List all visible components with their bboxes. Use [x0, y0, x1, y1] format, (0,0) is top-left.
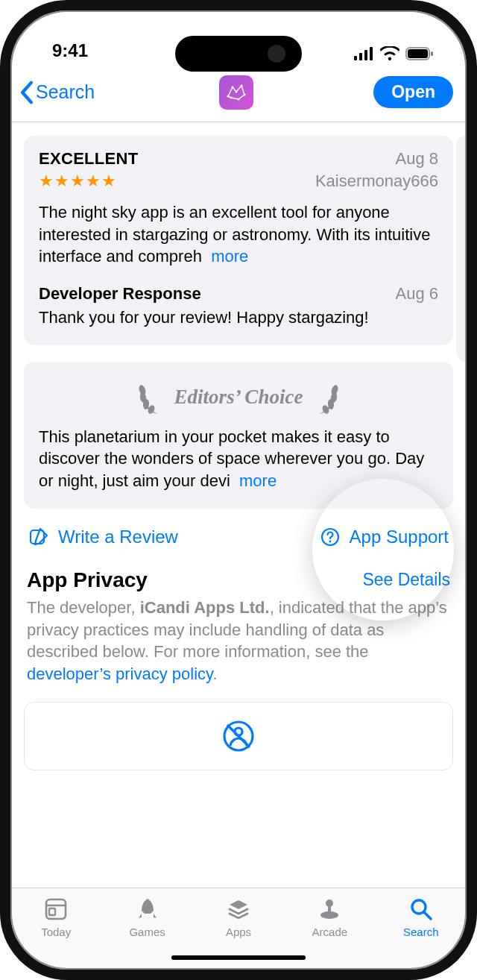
clock: 9:41: [52, 40, 88, 61]
arcade-icon: [316, 896, 343, 923]
more-link[interactable]: more: [239, 471, 277, 490]
developer-response-body: Thank you for your review! Happy stargaz…: [39, 307, 438, 329]
svg-rect-5: [408, 49, 428, 58]
svg-point-13: [230, 96, 233, 98]
more-link[interactable]: more: [211, 247, 248, 266]
developer-response: Developer Response Aug 6 Thank you for y…: [39, 284, 438, 329]
laurel-left-icon: [136, 380, 165, 415]
app-support-label: App Support: [350, 527, 449, 547]
night-sky-app-glyph: [224, 80, 249, 105]
star-rating: ★★★★★: [39, 172, 117, 191]
app-icon[interactable]: [219, 75, 253, 110]
svg-point-24: [329, 540, 331, 542]
see-details-button[interactable]: See Details: [362, 570, 450, 590]
editors-choice-card[interactable]: Editors’ Choice This planetarium in your…: [24, 362, 453, 509]
tab-search[interactable]: Search: [376, 896, 467, 938]
svg-point-9: [236, 90, 238, 92]
review-card[interactable]: EXCELLENT Aug 8 ★★★★★ Kaisermonay666 The…: [24, 136, 453, 345]
svg-rect-3: [370, 47, 373, 60]
tab-apps[interactable]: Apps: [193, 896, 284, 938]
svg-point-10: [241, 84, 243, 87]
today-icon: [42, 896, 69, 923]
svg-point-8: [232, 86, 234, 88]
app-support-button[interactable]: App Support: [320, 527, 449, 547]
search-icon: [408, 896, 435, 923]
svg-rect-2: [364, 50, 367, 60]
svg-rect-30: [49, 908, 55, 915]
tab-label: Today: [41, 926, 71, 938]
review-title: EXCELLENT: [39, 149, 139, 169]
review-date: Aug 8: [396, 149, 439, 169]
open-button[interactable]: Open: [373, 76, 453, 108]
chevron-left-icon: [19, 81, 34, 104]
home-indicator[interactable]: [171, 955, 306, 960]
tab-today[interactable]: Today: [10, 896, 101, 938]
svg-point-7: [227, 95, 230, 97]
svg-line-35: [424, 912, 431, 919]
svg-rect-32: [328, 906, 331, 912]
write-review-button[interactable]: Write a Review: [28, 527, 178, 547]
app-privacy-description: The developer, iCandi Apps Ltd., indicat…: [24, 597, 453, 685]
write-review-label: Write a Review: [58, 527, 178, 547]
back-button[interactable]: Search: [15, 78, 99, 107]
developer-name: iCandi Apps Ltd.: [140, 598, 270, 617]
tab-arcade[interactable]: Arcade: [284, 896, 375, 938]
review-body: The night sky app is an excellent tool f…: [39, 201, 438, 268]
next-review-peek[interactable]: [456, 136, 467, 362]
svg-point-12: [238, 98, 240, 100]
privacy-policy-link[interactable]: developer’s privacy policy: [27, 665, 212, 683]
tab-games[interactable]: Games: [101, 896, 192, 938]
review-author: Kaisermonay666: [315, 172, 438, 191]
compose-icon: [28, 527, 49, 547]
svg-point-33: [320, 911, 338, 919]
editors-choice-body: This planetarium in your pocket makes it…: [39, 426, 438, 492]
battery-icon: [405, 47, 434, 60]
app-privacy-title: App Privacy: [27, 568, 148, 592]
apps-stack-icon: [225, 896, 252, 923]
cellular-icon: [354, 47, 374, 60]
data-not-collected-icon: [220, 717, 257, 755]
help-circle-icon: [320, 527, 341, 547]
laurel-right-icon: [312, 380, 341, 415]
back-label: Search: [36, 81, 95, 103]
developer-response-title: Developer Response: [39, 284, 201, 304]
navigation-bar: Search Open: [10, 67, 467, 122]
svg-point-11: [244, 93, 246, 95]
tab-label: Search: [403, 926, 439, 938]
svg-rect-0: [354, 56, 357, 60]
tab-label: Games: [129, 926, 165, 938]
svg-point-31: [326, 899, 333, 907]
svg-rect-1: [359, 53, 362, 60]
editors-choice-title: Editors’ Choice: [174, 386, 303, 409]
tab-label: Arcade: [312, 926, 348, 938]
rocket-icon: [134, 896, 161, 923]
dynamic-island: [175, 36, 302, 72]
developer-response-date: Aug 6: [396, 284, 439, 304]
privacy-card[interactable]: [24, 702, 453, 770]
tab-label: Apps: [226, 926, 251, 938]
content: EXCELLENT Aug 8 ★★★★★ Kaisermonay666 The…: [10, 122, 467, 888]
wifi-icon: [380, 46, 399, 61]
svg-rect-6: [431, 51, 433, 56]
